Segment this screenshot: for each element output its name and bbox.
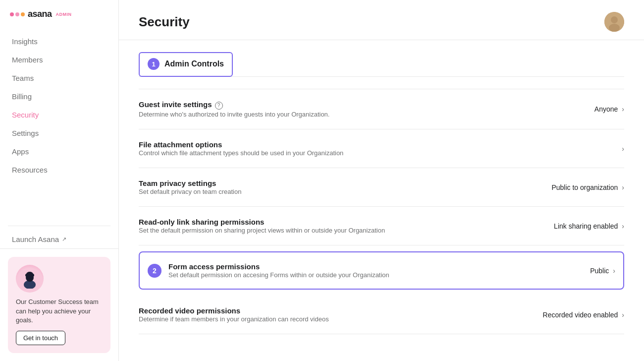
logo-dot-3 — [21, 12, 25, 16]
logo-dot-1 — [10, 12, 14, 16]
chevron-right-icon-5: › — [613, 267, 615, 275]
setting-value-form-access: Public › — [590, 267, 615, 275]
avatar-svg — [604, 12, 624, 32]
asana-logo: asana ADMIN — [10, 9, 72, 19]
chevron-right-icon-6: › — [622, 311, 624, 319]
svg-point-4 — [25, 274, 28, 277]
user-avatar[interactable] — [604, 12, 624, 32]
admin-badge: ADMIN — [56, 12, 72, 17]
setting-row-inner-6: Recorded video permissions Determine if … — [139, 306, 624, 323]
page-title: Security — [139, 14, 190, 30]
setting-info-guest-invite: Guest invite settings ? Determine who's … — [139, 100, 594, 118]
sidebar-bottom: Our Customer Success team can help you a… — [0, 248, 118, 361]
setting-value-file-attachment: › — [622, 145, 624, 153]
setting-info-file-attachment: File attachment options Control which fi… — [139, 140, 622, 157]
setting-value-recorded-video: Recorded video enabled › — [543, 311, 624, 319]
setting-desc-file-attachment: Control which file attachment types shou… — [139, 149, 622, 157]
sidebar-item-insights[interactable]: Insights — [0, 32, 118, 51]
tab-label: Admin Controls — [164, 60, 224, 68]
setting-row-inner: Guest invite settings ? Determine who's … — [139, 100, 624, 118]
setting-info-recorded-video: Recorded video permissions Determine if … — [139, 306, 543, 323]
setting-row-guest-invite[interactable]: Guest invite settings ? Determine who's … — [139, 89, 624, 129]
setting-value-link-sharing: Link sharing enabled › — [554, 222, 624, 230]
get-in-touch-button[interactable]: Get in touch — [16, 331, 65, 345]
chevron-right-icon-3: › — [622, 183, 624, 191]
setting-info-team-privacy: Team privacy settings Set default privac… — [139, 179, 551, 195]
setting-value-text-link-sharing: Link sharing enabled — [554, 222, 618, 230]
cs-avatar-bg — [16, 265, 44, 293]
chevron-right-icon-4: › — [622, 222, 624, 230]
setting-row-inner-3: Team privacy settings Set default privac… — [139, 179, 624, 195]
setting-desc-team-privacy: Set default privacy on team creation — [139, 188, 551, 195]
setting-row-file-attachment[interactable]: File attachment options Control which fi… — [139, 129, 624, 168]
launch-asana-link[interactable]: Launch Asana ↗ — [0, 230, 118, 248]
sidebar-item-billing[interactable]: Billing — [0, 87, 118, 106]
sidebar-item-security[interactable]: Security — [0, 106, 118, 124]
setting-title-file-attachment: File attachment options — [139, 140, 222, 149]
svg-point-5 — [31, 274, 34, 277]
setting-value-guest-invite: Anyone › — [594, 105, 624, 113]
setting-row-inner-4: Read-only link sharing permissions Set t… — [139, 218, 624, 234]
setting-info-link-sharing: Read-only link sharing permissions Set t… — [139, 218, 554, 234]
setting-row-link-sharing[interactable]: Read-only link sharing permissions Set t… — [139, 207, 624, 245]
asana-dots — [10, 12, 25, 16]
setting-value-text: Anyone — [594, 105, 618, 113]
tab-admin-controls[interactable]: 1 Admin Controls — [139, 52, 233, 77]
logo-dot-2 — [15, 12, 19, 16]
setting-info-form-access: Form access permissions Set default perm… — [168, 262, 590, 279]
sidebar-logo: asana ADMIN — [0, 0, 118, 28]
main-header: Security — [119, 0, 644, 40]
setting-row-recorded-video[interactable]: Recorded video permissions Determine if … — [139, 296, 624, 334]
main-content: Security 1 Admin Controls — [119, 0, 644, 361]
setting-desc-form-access: Set default permission on accesing Forms… — [168, 271, 590, 279]
setting-row-inner-2: File attachment options Control which fi… — [139, 140, 624, 157]
sidebar-divider — [8, 226, 110, 226]
chevron-right-icon-2: › — [622, 145, 624, 153]
svg-point-7 — [611, 16, 618, 23]
cs-text: Our Customer Success team can help you a… — [16, 298, 103, 325]
tab-number-badge: 1 — [148, 58, 160, 70]
launch-asana-label: Launch Asana — [12, 235, 59, 243]
sidebar-item-teams[interactable]: Teams — [0, 69, 118, 87]
external-link-icon: ↗ — [62, 236, 66, 242]
setting-row-inner-5: Form access permissions Set default perm… — [168, 262, 615, 279]
sidebar-item-members[interactable]: Members — [0, 51, 118, 69]
cs-avatar-svg — [20, 269, 40, 289]
customer-success-card: Our Customer Success team can help you a… — [8, 257, 110, 353]
setting-value-text-recorded-video: Recorded video enabled — [543, 311, 618, 319]
asana-wordmark: asana — [28, 9, 52, 19]
setting-desc-link-sharing: Set the default permission on sharing pr… — [139, 227, 554, 234]
setting-value-text-form-access: Public — [590, 267, 609, 275]
sidebar-item-apps[interactable]: Apps — [0, 142, 118, 161]
step-badge-2: 2 — [148, 264, 161, 278]
setting-row-team-privacy[interactable]: Team privacy settings Set default privac… — [139, 168, 624, 207]
svg-point-8 — [609, 24, 620, 32]
sidebar-nav: Insights Members Teams Billing Security … — [0, 28, 118, 222]
setting-title-guest-invite: Guest invite settings — [139, 100, 212, 109]
cs-avatar — [16, 265, 44, 293]
setting-desc-recorded-video: Determine if team members in your organi… — [139, 315, 543, 323]
setting-desc-guest-invite: Determine who's authorized to invite gue… — [139, 111, 594, 118]
tabs-row: 1 Admin Controls — [139, 52, 624, 77]
setting-row-form-access[interactable]: 2 Form access permissions Set default pe… — [139, 251, 624, 290]
sidebar-item-settings[interactable]: Settings — [0, 124, 118, 142]
sidebar-item-resources[interactable]: Resources — [0, 161, 118, 179]
setting-title-recorded-video: Recorded video permissions — [139, 306, 240, 315]
setting-value-team-privacy: Public to organization › — [551, 183, 624, 191]
sidebar: asana ADMIN Insights Members Teams Billi… — [0, 0, 119, 361]
content-area: 1 Admin Controls Guest invite settings ?… — [119, 40, 644, 346]
setting-title-link-sharing: Read-only link sharing permissions — [139, 218, 264, 226]
chevron-right-icon: › — [622, 105, 624, 113]
setting-title-team-privacy: Team privacy settings — [139, 179, 216, 187]
setting-value-text-team-privacy: Public to organization — [551, 183, 618, 191]
settings-section: Guest invite settings ? Determine who's … — [139, 89, 624, 334]
user-avatar-inner — [604, 12, 624, 32]
setting-title-form-access: Form access permissions — [168, 262, 260, 271]
help-icon-guest-invite[interactable]: ? — [215, 102, 223, 110]
